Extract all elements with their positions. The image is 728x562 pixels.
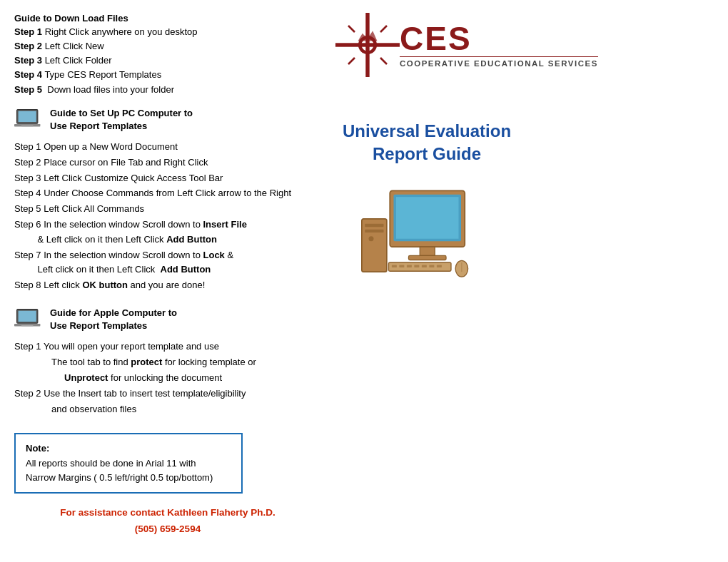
apple-steps-block: Step 1 You will open your report templat… <box>14 339 321 417</box>
download-step-2: Step 2 Left Click New <box>14 39 321 53</box>
pc-step-7: Step 7 In the selection window Scroll do… <box>14 248 321 278</box>
pc-step-2: Step 2 Place cursor on File Tab and Righ… <box>14 155 321 170</box>
svg-rect-22 <box>396 197 459 239</box>
ces-full-name: COOPERATIVE EDUCATIONAL SERVICES <box>400 56 598 68</box>
ces-logo-area: CES COOPERATIVE EDUCATIONAL SERVICES <box>335 13 598 77</box>
svg-point-28 <box>369 236 374 241</box>
pc-step-1: Step 1 Open up a New Word Document <box>14 140 321 155</box>
left-column: Guide to Down Load Files Step 1 Right Cl… <box>14 13 321 555</box>
svg-rect-27 <box>365 229 383 232</box>
pc-guide-title: Guide to Set Up PC Computer to Use Repor… <box>50 107 193 133</box>
svg-rect-24 <box>409 255 447 260</box>
svg-rect-7 <box>21 325 34 326</box>
pc-step-8: Step 8 Left click OK button and you are … <box>14 278 321 293</box>
contact-line1: For assistance contact Kathleen Flaherty… <box>14 505 321 521</box>
download-step-3: Step 3 Left Click Folder <box>14 53 321 68</box>
apple-step-1: Step 1 You will open your report templat… <box>14 339 321 354</box>
note-title: Note: <box>26 441 231 456</box>
pc-guide-section: Guide to Set Up PC Computer to Use Repor… <box>14 107 321 133</box>
svg-rect-5 <box>19 311 36 322</box>
ces-symbol-icon <box>335 13 400 77</box>
pc-steps-block: Step 1 Open up a New Word Document Step … <box>14 140 321 294</box>
svg-rect-14 <box>339 44 345 46</box>
svg-line-17 <box>380 26 387 32</box>
svg-rect-36 <box>437 265 442 267</box>
svg-rect-13 <box>366 68 369 74</box>
apple-laptop-icon <box>14 308 44 332</box>
apple-step-2-cont: and observation files <box>14 402 321 417</box>
pc-step-3: Step 3 Left Click Customize Quick Access… <box>14 171 321 186</box>
svg-rect-1 <box>19 111 36 121</box>
download-step-1: Step 1 Right Click anywhere on you deskt… <box>14 25 321 39</box>
pc-step-4: Step 4 Under Choose Commands from Left C… <box>14 186 321 201</box>
report-title: Universal Evaluation Report Guide <box>343 120 511 166</box>
apple-step-1-cont: The tool tab to find protect for locking… <box>14 355 321 370</box>
apple-guide-title: Guide for Apple Computer to Use Report T… <box>50 307 177 332</box>
note-text-line1: All reports should be done in Arial 11 w… <box>26 456 231 471</box>
svg-rect-34 <box>422 265 427 267</box>
svg-line-19 <box>380 58 387 64</box>
svg-rect-31 <box>399 265 404 267</box>
contact-info: For assistance contact Kathleen Flaherty… <box>14 505 321 538</box>
report-title-line1: Universal Evaluation <box>343 120 511 143</box>
apple-step-1-cont2: Unprotect for unlocking the document <box>14 371 321 386</box>
svg-rect-32 <box>407 265 412 267</box>
ces-text-area: CES COOPERATIVE EDUCATIONAL SERVICES <box>400 22 598 68</box>
svg-line-18 <box>348 58 355 64</box>
svg-rect-23 <box>420 247 435 255</box>
download-section: Guide to Down Load Files Step 1 Right Cl… <box>14 13 321 97</box>
laptop-icon <box>14 108 44 133</box>
download-step-5: Step 5 Down load files into your folder <box>14 83 321 97</box>
right-column: CES COOPERATIVE EDUCATIONAL SERVICES Uni… <box>328 13 714 555</box>
computer-illustration <box>357 188 485 287</box>
pc-step-5: Step 5 Left Click All Commands <box>14 202 321 217</box>
svg-line-16 <box>348 26 355 32</box>
ces-acronym: CES <box>400 22 598 55</box>
svg-rect-26 <box>365 224 383 227</box>
svg-rect-35 <box>429 265 434 267</box>
note-text-line2: Narrow Margins ( 0.5 left/right 0.5 top/… <box>26 471 231 485</box>
svg-rect-30 <box>392 265 397 267</box>
apple-step-2: Step 2 Use the Insert tab to insert test… <box>14 387 321 402</box>
svg-rect-3 <box>21 126 34 126</box>
note-box: Note: All reports should be done in Aria… <box>14 433 243 493</box>
svg-rect-15 <box>390 44 397 46</box>
report-title-line2: Report Guide <box>343 143 511 165</box>
apple-guide-section: Guide for Apple Computer to Use Report T… <box>14 307 321 332</box>
contact-line2: (505) 659-2594 <box>14 521 321 538</box>
svg-rect-33 <box>414 265 419 267</box>
svg-rect-12 <box>366 16 369 23</box>
pc-step-6: Step 6 In the selection window Scroll do… <box>14 218 321 247</box>
download-title: Guide to Down Load Files <box>14 13 321 24</box>
download-step-4: Step 4 Type CES Report Templates <box>14 68 321 82</box>
